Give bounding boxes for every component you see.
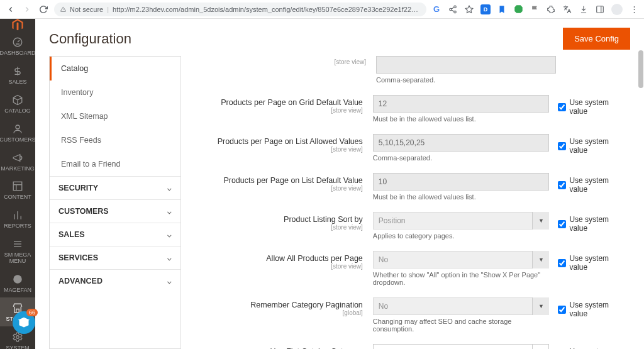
field-row: Product Listing Sort by[store view]Posit…	[194, 212, 628, 240]
field-label: Products per Page on Grid Default Value	[221, 98, 363, 107]
field-scope: [store view]	[194, 263, 363, 270]
field-input	[373, 95, 550, 113]
menu-icon	[11, 238, 24, 250]
field-scope: [store view]	[194, 185, 363, 192]
config-section-security[interactable]: SECURITY⌵	[50, 176, 180, 199]
config-section-services[interactable]: SERVICES⌵	[50, 246, 180, 269]
not-secure-label: Not secure	[70, 6, 103, 13]
chevron-down-icon: ⌵	[167, 277, 172, 285]
svg-rect-9	[597, 6, 604, 13]
field-row: Remember Category Pagination[global]NoCh…	[194, 297, 628, 333]
layout-icon	[11, 180, 24, 192]
bookmark-icon[interactable]	[464, 4, 474, 14]
config-section-sales[interactable]: SALES⌵	[50, 223, 180, 246]
config-tab-catalog[interactable]: Catalog	[50, 57, 180, 80]
svg-marker-7	[465, 6, 473, 13]
use-system-checkbox-wrap: Use system value	[549, 251, 628, 272]
field-scope: [store view]	[194, 146, 363, 153]
config-section-advanced[interactable]: ADVANCED⌵	[50, 269, 180, 292]
url-text: http://m2.23hdev.com/admin_5dzois/admin/…	[113, 6, 420, 13]
svg-point-3	[450, 8, 452, 11]
use-system-checkbox-wrap: Use system value	[549, 297, 628, 318]
nav-magefan[interactable]: MAGEFAN	[0, 269, 35, 297]
field-select: No	[373, 251, 550, 269]
dollar-icon	[11, 65, 24, 77]
field-label: Allow All Products per Page	[266, 254, 363, 263]
config-tab-inventory[interactable]: Inventory	[50, 80, 180, 104]
nav-catalog[interactable]: CATALOG	[0, 89, 35, 118]
config-tab-rss-feeds[interactable]: RSS Feeds	[50, 128, 180, 152]
field-select[interactable]: Yes	[373, 344, 550, 349]
magento-logo[interactable]	[0, 19, 35, 31]
use-system-checkbox[interactable]	[558, 181, 566, 189]
field-hint: Comma-separated.	[373, 154, 550, 162]
field-input	[373, 173, 550, 191]
use-system-label: Use system value	[569, 137, 628, 155]
use-system-checkbox[interactable]	[558, 259, 566, 267]
nav-customers[interactable]: CUSTOMERS	[0, 118, 35, 147]
nav-sm-mega-menu[interactable]: SM MEGA MENU	[0, 233, 35, 269]
extensions-icon[interactable]	[546, 4, 556, 14]
field-hint: Whether to show "All" option in the "Sho…	[373, 271, 550, 286]
save-config-button[interactable]: Save Config	[563, 28, 630, 50]
use-system-checkbox[interactable]	[558, 142, 566, 150]
field-hint: Must be in the allowed values list.	[373, 115, 550, 123]
chevron-down-icon: ⌵	[167, 254, 172, 262]
translate-icon[interactable]	[562, 4, 572, 14]
use-system-label: Use system value	[569, 98, 628, 116]
field-scope: [store view]	[194, 224, 363, 231]
scrollbar[interactable]	[638, 38, 644, 349]
extension-adblock-icon[interactable]	[513, 4, 523, 14]
extension-bookmark-icon[interactable]	[497, 4, 507, 14]
reload-button[interactable]	[38, 4, 49, 15]
page-title: Configuration	[49, 31, 131, 47]
chevron-down-icon: ⌵	[167, 208, 172, 216]
field-select: Position	[373, 212, 550, 230]
svg-point-12	[16, 125, 19, 129]
config-nav: CatalogInventoryXML SitemapRSS FeedsEmai…	[49, 56, 181, 349]
menu-icon[interactable]: ⋮	[629, 4, 639, 14]
use-system-checkbox[interactable]	[558, 306, 566, 314]
use-system-label: Use system value	[569, 176, 628, 194]
download-icon[interactable]	[579, 4, 589, 14]
field-hint: Must be in the allowed values list.	[373, 193, 550, 201]
nav-marketing[interactable]: MARKETING	[0, 147, 35, 176]
extension-d-icon[interactable]: D	[480, 4, 491, 14]
forward-button[interactable]	[21, 4, 33, 15]
field-scope: [global]	[194, 309, 363, 316]
svg-point-2	[454, 6, 457, 8]
config-section-customers[interactable]: CUSTOMERS⌵	[50, 199, 180, 223]
nav-sales[interactable]: SALES	[0, 60, 35, 89]
use-system-checkbox-wrap: Use system value	[549, 173, 628, 194]
use-system-label: Use system value	[569, 301, 628, 318]
use-system-checkbox[interactable]	[558, 103, 566, 111]
nav-dashboard[interactable]: DASHBOARD	[0, 31, 35, 60]
help-widget[interactable]	[13, 311, 35, 334]
field-hint: Comma-separated.	[376, 76, 556, 84]
svg-line-5	[452, 9, 454, 11]
svg-line-6	[452, 7, 454, 8]
gauge-icon	[11, 36, 24, 48]
flag-icon[interactable]	[530, 4, 540, 14]
field-row: Products per Page on List Allowed Values…	[194, 134, 628, 162]
svg-point-20	[16, 336, 19, 339]
use-system-checkbox-wrap: Use system value	[549, 134, 628, 155]
back-button[interactable]	[5, 4, 16, 15]
use-system-checkbox[interactable]	[558, 220, 566, 228]
config-tab-xml-sitemap[interactable]: XML Sitemap	[50, 104, 180, 128]
field-hint: Applies to category pages.	[373, 232, 550, 240]
nav-reports[interactable]: REPORTS	[0, 204, 35, 233]
profile-avatar[interactable]	[611, 4, 623, 15]
chevron-down-icon: ⌵	[167, 231, 172, 239]
panel-icon[interactable]	[595, 4, 605, 14]
config-tab-email-to-a-friend[interactable]: Email to a Friend	[50, 152, 180, 176]
share-icon[interactable]	[448, 4, 458, 14]
use-system-label: Use system value	[569, 215, 628, 233]
bars-icon	[11, 209, 24, 221]
svg-rect-13	[13, 182, 22, 191]
address-bar[interactable]: Not secure | http://m2.23hdev.com/admin_…	[54, 3, 426, 16]
use-system-checkbox-wrap: Use system value	[549, 95, 628, 116]
nav-content[interactable]: CONTENT	[0, 175, 35, 204]
google-icon[interactable]: G	[431, 4, 441, 14]
field-label: Products per Page on List Allowed Values	[218, 137, 363, 146]
